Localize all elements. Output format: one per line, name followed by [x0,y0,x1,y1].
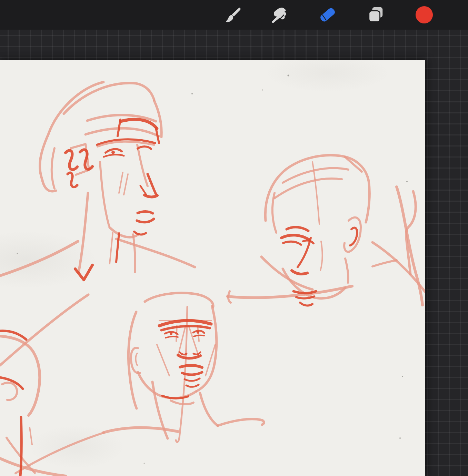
color-swatch-circle [415,6,434,24]
sketch-head-bottom-center [16,291,264,473]
smudge-finger-icon [270,6,289,24]
checkmark-stroke [75,265,92,280]
eraser-icon [318,6,337,24]
paintbrush-icon [224,6,243,24]
app-window [0,0,468,476]
sketch-head-right [228,155,425,305]
sketch-artwork [0,60,425,476]
drawing-canvas[interactable] [0,60,425,476]
top-toolbar [0,0,468,30]
sketch-head-bottom-left [0,331,66,476]
eraser-tool-button[interactable] [318,6,337,24]
smudge-tool-button[interactable] [270,6,289,24]
color-swatch-button[interactable] [415,6,434,24]
brush-tool-button[interactable] [224,6,243,24]
layers-stack-icon [367,6,385,24]
layers-button[interactable] [367,6,385,24]
